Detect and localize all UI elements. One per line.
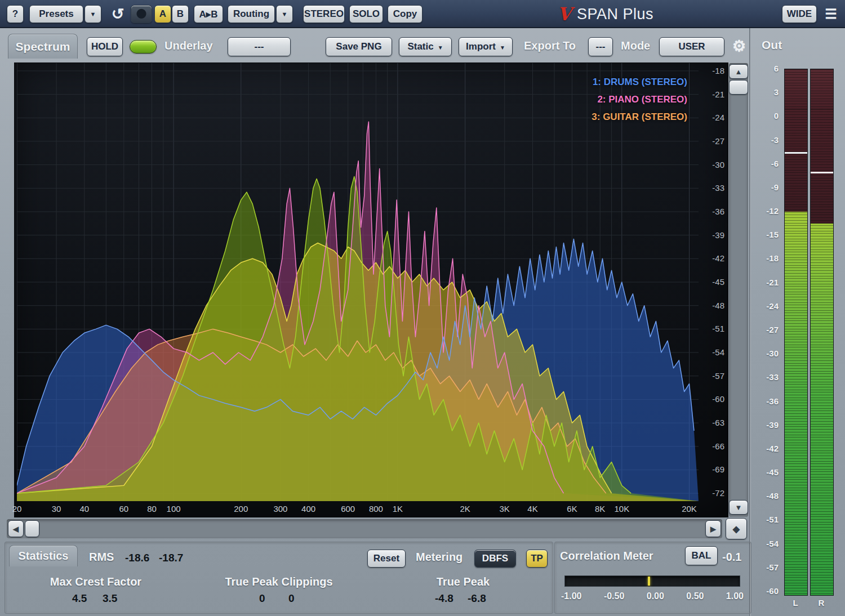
rms-value-right: -18.7 bbox=[159, 552, 183, 564]
app-title: SPAN Plus bbox=[577, 6, 653, 23]
freq-tick-label: 60 bbox=[119, 504, 128, 514]
freq-tick-label: 4K bbox=[527, 504, 537, 514]
true-peak-value-left: -4.8 bbox=[435, 592, 453, 605]
chevron-down-icon: ▼ bbox=[500, 44, 505, 51]
horizontal-scrollbar-thumb[interactable] bbox=[25, 520, 39, 537]
underlay-select-button[interactable]: --- bbox=[228, 37, 291, 56]
db-tick-label: -42 bbox=[702, 253, 724, 263]
routing-dropdown-button[interactable]: ▼ bbox=[276, 5, 293, 23]
top-toolbar: ? Presets ▼ ↺ A B A▸B Routing ▼ STEREO S… bbox=[0, 0, 845, 28]
peak-marker-right bbox=[811, 172, 833, 173]
meter-scale-label: -42 bbox=[754, 444, 779, 453]
true-peak-toggle-button[interactable]: TP bbox=[526, 550, 548, 568]
copy-button[interactable]: Copy bbox=[388, 5, 422, 23]
meter-scale: 630-3-6-9-12-15-18-21-24-27-30-33-36-39-… bbox=[754, 63, 780, 601]
ab-slot-a-button[interactable]: A bbox=[154, 5, 171, 23]
freq-tick-label: 8K bbox=[595, 504, 605, 514]
wide-button[interactable]: WIDE bbox=[782, 5, 817, 23]
db-tick-label: -54 bbox=[702, 347, 724, 357]
db-tick-label: -21 bbox=[702, 90, 724, 99]
meter-scale-label: -15 bbox=[754, 230, 779, 239]
save-png-button[interactable]: Save PNG bbox=[326, 37, 392, 56]
db-tick-label: -45 bbox=[702, 277, 724, 287]
scroll-left-icon[interactable]: ◀ bbox=[8, 520, 24, 537]
spectrum-display[interactable]: 1: DRUMS (STEREO)2: PIANO (STEREO)3: GUI… bbox=[15, 63, 728, 517]
frequency-axis: 20304060801002003004006008001K2K3K4K6K8K… bbox=[17, 503, 699, 516]
meter-bar-right bbox=[810, 69, 834, 596]
correlation-meter-title: Correlation Meter bbox=[560, 550, 653, 563]
a-to-b-copy-button[interactable]: A▸B bbox=[194, 5, 223, 23]
routing-button[interactable]: Routing bbox=[228, 5, 275, 23]
db-tick-label: -30 bbox=[702, 160, 724, 169]
help-button[interactable]: ? bbox=[7, 5, 24, 23]
meter-scale-label: -24 bbox=[754, 301, 779, 311]
undo-icon[interactable]: ↺ bbox=[107, 3, 128, 25]
bal-value: -0.1 bbox=[722, 551, 741, 564]
export-select-button[interactable]: --- bbox=[588, 37, 613, 56]
tab-spectrum[interactable]: Spectrum bbox=[8, 34, 78, 59]
correlation-bar bbox=[564, 575, 740, 587]
voxengo-logo-icon: V bbox=[554, 3, 575, 25]
menu-icon[interactable]: ☰ bbox=[820, 3, 842, 25]
import-button[interactable]: Import▼ bbox=[459, 37, 513, 56]
scroll-right-icon[interactable]: ▶ bbox=[705, 520, 721, 537]
channel-legend: 1: DRUMS (STEREO)2: PIANO (STEREO)3: GUI… bbox=[592, 73, 687, 126]
hold-button[interactable]: HOLD bbox=[87, 37, 123, 56]
corr-scale-label: 0.50 bbox=[686, 591, 704, 601]
static-mode-button[interactable]: Static▼ bbox=[399, 37, 452, 56]
db-tick-label: -39 bbox=[702, 230, 724, 240]
output-level-meter bbox=[784, 69, 834, 596]
scroll-down-icon[interactable]: ▼ bbox=[729, 500, 748, 515]
meter-scale-label: -6 bbox=[754, 159, 779, 168]
vertical-scrollbar-thumb[interactable] bbox=[729, 80, 748, 95]
meter-scale-label: -18 bbox=[754, 253, 779, 263]
reset-button[interactable]: Reset bbox=[367, 550, 406, 568]
ab-slot-b-button[interactable]: B bbox=[172, 5, 189, 23]
solo-button[interactable]: SOLO bbox=[349, 5, 383, 23]
freq-tick-label: 40 bbox=[79, 504, 89, 514]
gear-icon[interactable]: ⚙ bbox=[729, 36, 749, 56]
freq-tick-label: 80 bbox=[147, 504, 157, 514]
meter-scale-label: 3 bbox=[754, 87, 779, 97]
db-tick-label: -66 bbox=[702, 441, 724, 451]
span-plus-window: ? Presets ▼ ↺ A B A▸B Routing ▼ STEREO S… bbox=[0, 0, 845, 616]
import-label: Import bbox=[466, 41, 496, 52]
vertical-scrollbar-track[interactable] bbox=[729, 63, 748, 517]
freq-tick-label: 30 bbox=[52, 504, 61, 514]
zoom-diamond-icon[interactable]: ◆ bbox=[726, 518, 747, 539]
db-tick-label: -69 bbox=[702, 465, 724, 474]
underlay-color-swatch[interactable] bbox=[130, 40, 157, 53]
meter-scale-label: -33 bbox=[754, 372, 779, 382]
mode-label: Mode bbox=[621, 39, 650, 52]
db-tick-label: -60 bbox=[702, 394, 724, 404]
meter-scale-label: -48 bbox=[754, 491, 779, 501]
legend-item: 3: GUITAR (STEREO) bbox=[592, 108, 687, 126]
out-label: Out bbox=[762, 38, 782, 52]
bal-button[interactable]: BAL bbox=[685, 546, 718, 565]
meter-scale-label: -9 bbox=[754, 182, 779, 192]
channel-label-right: R bbox=[810, 598, 833, 608]
presets-button[interactable]: Presets bbox=[29, 5, 83, 23]
chevron-down-icon: ▼ bbox=[438, 44, 443, 51]
presets-dropdown-button[interactable]: ▼ bbox=[84, 5, 101, 23]
meter-scale-label: 0 bbox=[754, 111, 779, 120]
max-crest-factor-label: Max Crest Factor bbox=[34, 575, 158, 588]
horizontal-scrollbar-track[interactable] bbox=[7, 519, 722, 538]
power-led-button[interactable] bbox=[131, 5, 152, 23]
meter-scale-label: -3 bbox=[754, 135, 779, 145]
dbfs-button[interactable]: DBFS bbox=[474, 550, 516, 568]
db-tick-label: -24 bbox=[702, 113, 724, 122]
freq-tick-label: 20K bbox=[682, 504, 697, 514]
corr-scale-label: -0.50 bbox=[604, 591, 624, 601]
meter-bar-left bbox=[784, 69, 808, 596]
mode-select-button[interactable]: USER bbox=[659, 37, 724, 56]
freq-tick-label: 800 bbox=[369, 504, 383, 514]
spectrum-plot[interactable] bbox=[17, 63, 699, 501]
tab-statistics[interactable]: Statistics bbox=[9, 545, 78, 566]
rms-label: RMS bbox=[89, 551, 114, 564]
db-tick-label: -18 bbox=[702, 66, 724, 75]
scroll-up-icon[interactable]: ▲ bbox=[729, 64, 748, 79]
stereo-button[interactable]: STEREO bbox=[303, 5, 345, 23]
max-crest-value-left: 4.5 bbox=[72, 592, 87, 605]
freq-tick-label: 400 bbox=[301, 504, 315, 514]
